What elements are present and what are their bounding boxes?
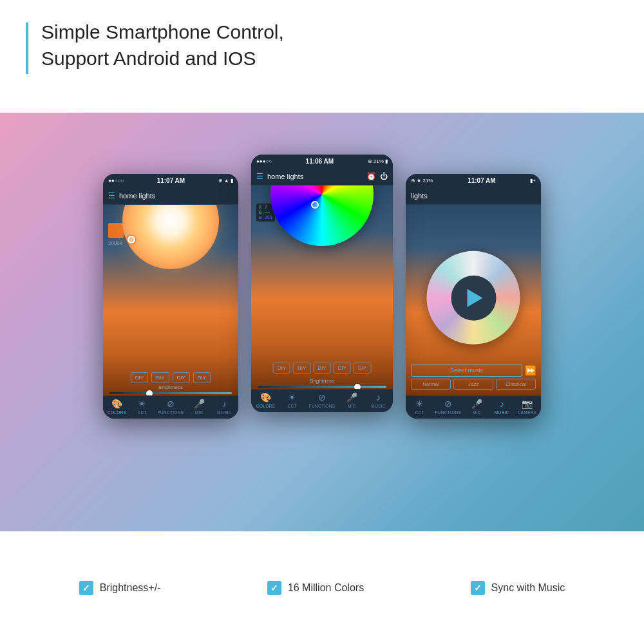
tab-colors-left[interactable]: 🎨 COLORS (108, 399, 127, 415)
cct-icon-r: ☀ (415, 399, 424, 409)
feature-brightness: ✓ Brightness+/- (79, 581, 161, 595)
select-music-row: Select music ⏩ (411, 364, 536, 377)
tab-label-colors-c: COLORS (256, 404, 275, 408)
music-mode-row: Norinal Jazz Classical (411, 379, 536, 390)
tab-music-center[interactable]: ♪ MUSIC (368, 392, 388, 408)
tab-music-left[interactable]: ♪ MUSIC (214, 399, 234, 415)
tab-cct-center[interactable]: ☀ CCT (283, 392, 302, 408)
cd-center (451, 275, 496, 320)
tab-cct-right[interactable]: ☀ CCT (410, 399, 430, 415)
status-time-center: 11:06 AM (306, 158, 334, 165)
check-icon-colors: ✓ (270, 583, 278, 592)
tab-functions-right[interactable]: ⊘ FUNCTIONS (435, 399, 462, 415)
tab-camera-right[interactable]: 📷 CAMERA (517, 399, 536, 415)
brightness-track-left[interactable] (109, 392, 232, 394)
color-swatch (108, 223, 124, 238)
tab-label-cct: CCT (137, 410, 146, 415)
mode-jazz[interactable]: Jazz (453, 379, 493, 390)
diy-btn-3[interactable]: DIY (173, 372, 190, 383)
status-right-right: ▮+ (530, 178, 536, 184)
tab-label-cct-r: CCT (415, 410, 424, 415)
alarm-icon[interactable]: ⏰ (366, 172, 376, 181)
diy-btn-c5[interactable]: DIY (354, 363, 371, 374)
status-left-text: ●●○○○ (108, 178, 124, 184)
colors-icon: 🎨 (111, 399, 122, 409)
select-music-button[interactable]: Select music (411, 364, 522, 377)
tab-label-music-r: MUSIC (495, 410, 509, 415)
diy-btn-2[interactable]: DIY (151, 372, 169, 383)
status-bar-left: ●●○○○ 11:07 AM ⊕ ▲ ▮ (103, 174, 238, 187)
diy-btn-c2[interactable]: DIY (293, 363, 310, 374)
tab-functions-left[interactable]: ⊘ FUNCTIONS (158, 399, 184, 415)
cd-disc (427, 251, 520, 345)
check-icon-brightness: ✓ (82, 583, 90, 592)
play-button[interactable] (467, 289, 482, 307)
brightness-center: Brightness (258, 378, 386, 388)
tab-label-music-c: MUSIC (371, 404, 385, 408)
status-right-center: ⊕ 21% ▮ (368, 158, 388, 164)
mic-icon-r: 🎤 (471, 399, 482, 409)
functions-icon-c: ⊘ (318, 392, 326, 402)
tab-label-functions: FUNCTIONS (158, 410, 184, 415)
tab-cct-left[interactable]: ☀ CCT (133, 399, 152, 415)
tab-label-mic-c: MIC (348, 404, 356, 408)
functions-icon: ⊘ (167, 399, 175, 409)
forward-icon[interactable]: ⏩ (525, 365, 536, 375)
color-picker-rgb[interactable] (311, 201, 319, 209)
diy-btn-4[interactable]: DIY (193, 372, 211, 383)
checkbox-music: ✓ (471, 581, 485, 595)
tabs-center: 🎨 COLORS ☀ CCT ⊘ FUNCTIONS 🎤 MIC (251, 389, 393, 412)
brightness-left: Brightness (109, 384, 232, 394)
feature-text-colors: 16 Million Colors (288, 582, 364, 594)
phone-header-right: lights (406, 187, 541, 205)
phones-section: ●●○○○ 11:07 AM ⊕ ▲ ▮ ☰ home lights 2000k (0, 113, 644, 531)
feature-text-music: Sync with Music (491, 582, 565, 594)
phones-container: ●●○○○ 11:07 AM ⊕ ▲ ▮ ☰ home lights 2000k (97, 142, 547, 502)
app-title-center: home lights (267, 173, 303, 180)
diy-btn-1[interactable]: DIY (131, 372, 148, 383)
tab-colors-center[interactable]: 🎨 COLORS (256, 392, 276, 408)
tab-label-mic-r: MIC (473, 410, 481, 415)
diy-btn-c3[interactable]: DIY (313, 363, 330, 374)
tab-mic-center[interactable]: 🎤 MIC (342, 392, 361, 408)
status-left-center: ●●●○○ (256, 158, 272, 164)
phone-center: ●●●○○ 11:06 AM ⊕ 21% ▮ ☰ home lights ⏰ ⏻… (251, 155, 393, 412)
mode-classical[interactable]: Classical (496, 379, 536, 390)
tab-label-camera-r: CAMERA (518, 410, 537, 415)
camera-icon-r: 📷 (522, 399, 533, 409)
tab-mic-right[interactable]: 🎤 MIC (467, 399, 486, 415)
mic-icon-c: 🎤 (346, 392, 357, 402)
color-picker-warm[interactable] (128, 236, 135, 243)
phone-left: ●●○○○ 11:07 AM ⊕ ▲ ▮ ☰ home lights 2000k (103, 174, 238, 419)
diy-btn-c1[interactable]: DIY (273, 363, 290, 374)
brightness-track-center[interactable] (258, 386, 386, 388)
title-line2: Support Android and IOS (41, 46, 284, 72)
app-title-right: lights (411, 192, 428, 200)
rgb-r: R 7 (259, 205, 272, 210)
app-title-left: home lights (119, 192, 155, 200)
mode-normal[interactable]: Norinal (411, 379, 451, 390)
diy-btn-c4[interactable]: DIY (334, 363, 351, 374)
diy-row-left: DIY DIY DIY DIY (131, 372, 211, 383)
status-left-right: ⊕ ★ 21% (411, 178, 433, 184)
tab-music-right[interactable]: ♪ MUSIC (492, 399, 511, 415)
tab-label-cct-c: CCT (287, 404, 296, 408)
status-bar-center: ●●●○○ 11:06 AM ⊕ 21% ▮ (251, 155, 393, 167)
header-actions-center: ⏰ ⏻ (366, 172, 388, 181)
title-line1: Simple Smartphone Control, (41, 19, 284, 46)
tabs-left: 🎨 COLORS ☀ CCT ⊘ FUNCTIONS 🎤 MIC (103, 395, 238, 419)
power-icon[interactable]: ⏻ (380, 172, 388, 181)
tab-label-functions-c: FUNCTIONS (309, 404, 336, 408)
music-icon-left: ♪ (222, 399, 227, 409)
status-time-left: 11:07 AM (157, 177, 185, 184)
checkbox-brightness: ✓ (79, 581, 93, 595)
colors-icon-c: 🎨 (260, 392, 271, 402)
tab-functions-center[interactable]: ⊘ FUNCTIONS (309, 392, 336, 408)
cct-icon: ☀ (138, 399, 146, 409)
top-section: Simple Smartphone Control, Support Andro… (0, 0, 644, 113)
phone-header-left: ☰ home lights (103, 187, 238, 205)
feature-text-brightness: Brightness+/- (100, 582, 161, 594)
tab-label-functions-r: FUNCTIONS (435, 410, 462, 415)
tab-mic-left[interactable]: 🎤 MIC (189, 399, 209, 415)
tab-label-colors: COLORS (108, 410, 126, 415)
